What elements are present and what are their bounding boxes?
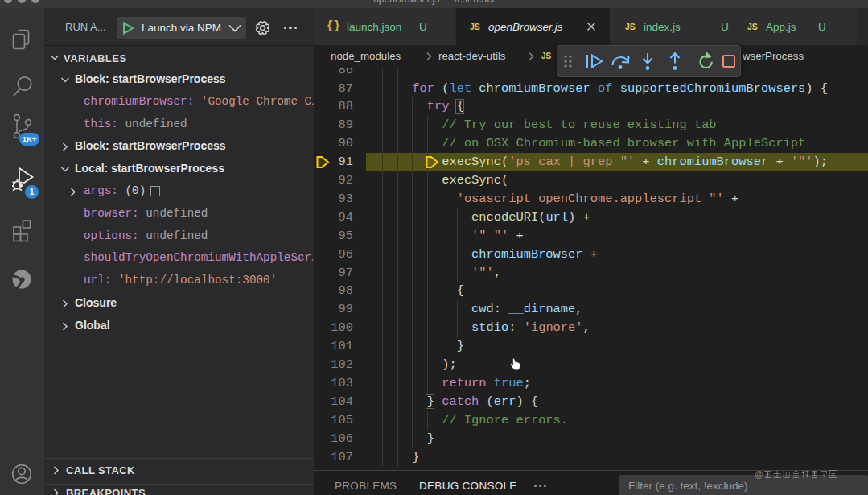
svg-text:@: @	[755, 469, 763, 479]
